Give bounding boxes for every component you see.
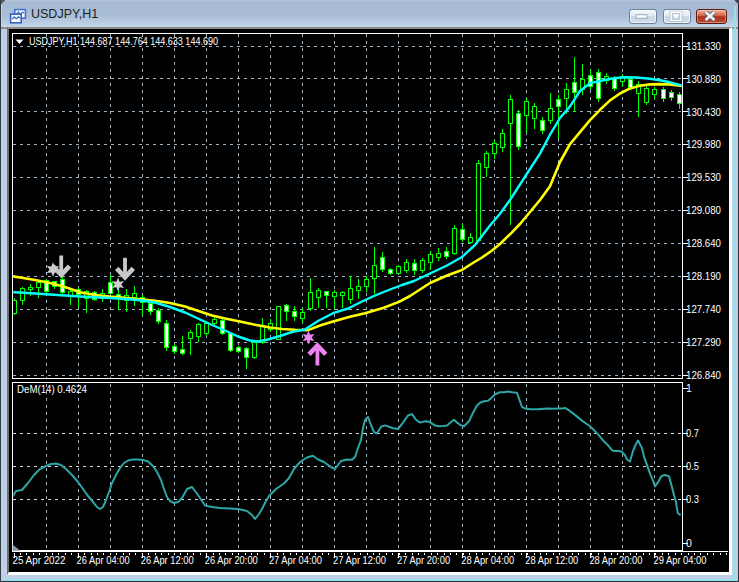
svg-text:28 Apr 20:00: 28 Apr 20:00 bbox=[589, 554, 642, 566]
svg-text:DeM(14) 0.4624: DeM(14) 0.4624 bbox=[17, 383, 87, 395]
svg-text:27 Apr 12:00: 27 Apr 12:00 bbox=[333, 554, 386, 566]
svg-text:127.740: 127.740 bbox=[686, 303, 721, 315]
svg-text:130.430: 130.430 bbox=[686, 106, 721, 118]
svg-text:1: 1 bbox=[686, 382, 692, 394]
svg-text:25 Apr 2022: 25 Apr 2022 bbox=[13, 554, 66, 566]
svg-text:0: 0 bbox=[686, 537, 692, 549]
svg-text:130.880: 130.880 bbox=[686, 73, 721, 85]
svg-text:28 Apr 04:00: 28 Apr 04:00 bbox=[461, 554, 514, 566]
svg-text:26 Apr 04:00: 26 Apr 04:00 bbox=[77, 554, 130, 566]
svg-text:29 Apr 04:00: 29 Apr 04:00 bbox=[654, 554, 707, 566]
svg-text:0.7: 0.7 bbox=[686, 427, 699, 439]
svg-text:28 Apr 12:00: 28 Apr 12:00 bbox=[525, 554, 578, 566]
svg-text:0.5: 0.5 bbox=[686, 460, 699, 472]
svg-text:0.3: 0.3 bbox=[686, 493, 699, 505]
svg-text:USDJPY,H1 144.687 144.764 144.: USDJPY,H1 144.687 144.764 144.633 144.69… bbox=[29, 35, 218, 47]
svg-text:126.840: 126.840 bbox=[686, 369, 721, 381]
svg-text:129.080: 129.080 bbox=[686, 204, 721, 216]
svg-text:129.530: 129.530 bbox=[686, 171, 721, 183]
svg-text:131.330: 131.330 bbox=[686, 40, 721, 52]
svg-text:26 Apr 12:00: 26 Apr 12:00 bbox=[141, 554, 194, 566]
svg-text:27 Apr 04:00: 27 Apr 04:00 bbox=[269, 554, 322, 566]
svg-text:26 Apr 20:00: 26 Apr 20:00 bbox=[205, 554, 258, 566]
svg-text:27 Apr 20:00: 27 Apr 20:00 bbox=[397, 554, 450, 566]
svg-text:128.190: 128.190 bbox=[686, 270, 721, 282]
svg-text:127.290: 127.290 bbox=[686, 336, 721, 348]
svg-text:129.980: 129.980 bbox=[686, 138, 721, 150]
svg-text:128.640: 128.640 bbox=[686, 237, 721, 249]
